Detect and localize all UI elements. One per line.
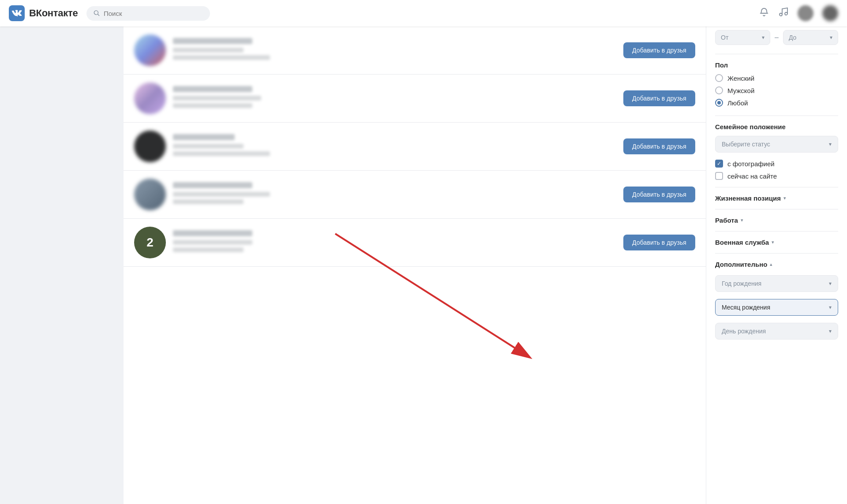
- chevron-down-icon: ▾: [783, 195, 786, 201]
- person-detail: [173, 103, 252, 108]
- person-info: [173, 182, 616, 207]
- person-detail: [173, 48, 244, 52]
- radio-label: Любой: [727, 99, 748, 107]
- add-friend-button[interactable]: Добавить в друзья: [623, 187, 695, 202]
- chevron-up-icon: ▴: [770, 261, 772, 267]
- birth-year-dropdown[interactable]: Год рождения ▾: [715, 275, 838, 292]
- birth-month-label: Месяц рождения: [722, 304, 770, 311]
- person-detail: [173, 151, 270, 156]
- person-name: [173, 134, 235, 140]
- radio-dot: [717, 101, 721, 105]
- notifications-icon[interactable]: [759, 7, 769, 20]
- person-detail: [173, 240, 252, 245]
- online-now-checkbox[interactable]: сейчас на сайте: [715, 172, 838, 180]
- divider: [715, 54, 838, 54]
- radio-label: Женский: [727, 75, 754, 82]
- age-filter-section: От ▾ – До ▾: [715, 26, 838, 45]
- people-list-panel: Добавить в друзья Добавить в друзья: [124, 26, 706, 504]
- with-photo-label: с фотографией: [727, 160, 775, 168]
- work-section[interactable]: Работа ▾: [715, 217, 838, 224]
- divider: [715, 209, 838, 209]
- add-friend-button[interactable]: Добавить в друзья: [623, 90, 695, 106]
- gender-filter-section: Пол Женский Мужской Любой: [715, 61, 838, 107]
- header-icons: [759, 5, 838, 21]
- gender-radio-group: Женский Мужской Любой: [715, 74, 838, 107]
- age-separator: –: [775, 34, 779, 41]
- gender-any[interactable]: Любой: [715, 99, 838, 107]
- online-now-label: сейчас на сайте: [727, 172, 777, 180]
- checkbox-unchecked: [715, 172, 723, 180]
- family-status-label: Семейное положение: [715, 123, 838, 131]
- additional-label: Дополнительно: [715, 261, 767, 268]
- radio-circle: [715, 74, 723, 82]
- left-sidebar: [0, 26, 124, 504]
- music-icon[interactable]: [778, 7, 789, 20]
- military-section[interactable]: Военная служба ▾: [715, 239, 838, 246]
- birth-day-label: День рождения: [722, 328, 766, 335]
- gender-male[interactable]: Мужской: [715, 86, 838, 94]
- table-row: Добавить в друзья: [124, 171, 706, 219]
- chevron-down-icon: ▾: [830, 34, 832, 41]
- with-photo-checkbox[interactable]: ✓ с фотографией: [715, 160, 838, 168]
- person-info: [173, 134, 616, 159]
- age-to-dropdown[interactable]: До ▾: [783, 30, 838, 45]
- age-range: От ▾ – До ▾: [715, 26, 838, 45]
- table-row: 2 Добавить в друзья: [124, 219, 706, 267]
- table-row: Добавить в друзья: [124, 75, 706, 123]
- chevron-down-icon: ▾: [829, 328, 832, 334]
- person-detail: [173, 192, 270, 197]
- life-position-section[interactable]: Жизненная позиция ▾: [715, 194, 838, 202]
- additional-section[interactable]: Дополнительно ▴: [715, 261, 838, 268]
- person-detail: [173, 144, 244, 149]
- chevron-down-icon: ▾: [829, 304, 832, 310]
- age-from-dropdown[interactable]: От ▾: [715, 30, 770, 45]
- radio-circle-checked: [715, 99, 723, 107]
- person-detail: [173, 96, 261, 101]
- layout: Добавить в друзья Добавить в друзья: [0, 26, 847, 504]
- chevron-down-icon: ▾: [829, 141, 832, 147]
- birth-month-dropdown[interactable]: Месяц рождения ▾: [715, 299, 838, 316]
- divider: [715, 187, 838, 187]
- person-detail: [173, 199, 244, 204]
- divider: [715, 253, 838, 254]
- logo[interactable]: ВКонтакте: [9, 5, 78, 21]
- avatar[interactable]: [134, 34, 166, 66]
- photo-online-checkboxes: ✓ с фотографией сейчас на сайте: [715, 160, 838, 180]
- user-avatar-preview[interactable]: [798, 5, 813, 21]
- add-friend-button[interactable]: Добавить в друзья: [623, 42, 695, 58]
- person-name: [173, 86, 252, 92]
- birth-day-dropdown[interactable]: День рождения ▾: [715, 323, 838, 340]
- logo-text: ВКонтакте: [29, 7, 78, 19]
- birth-year-label: Год рождения: [722, 280, 761, 287]
- person-detail: [173, 55, 270, 60]
- life-position-label: Жизненная позиция: [715, 194, 781, 202]
- avatar[interactable]: [134, 179, 166, 210]
- work-label: Работа: [715, 217, 738, 224]
- chevron-down-icon: ▾: [741, 217, 743, 223]
- people-list: Добавить в друзья Добавить в друзья: [124, 26, 706, 267]
- add-friend-button[interactable]: Добавить в друзья: [623, 138, 695, 154]
- search-bar[interactable]: [86, 6, 210, 21]
- person-info: [173, 38, 616, 63]
- chevron-down-icon: ▾: [762, 34, 765, 41]
- svg-line-1: [98, 14, 99, 15]
- family-status-dropdown[interactable]: Выберите статус ▾: [715, 136, 838, 153]
- radio-circle: [715, 86, 723, 94]
- avatar[interactable]: [134, 131, 166, 162]
- svg-point-2: [780, 13, 782, 16]
- search-input[interactable]: [104, 10, 203, 17]
- avatar[interactable]: [134, 82, 166, 114]
- header: ВКонтакте: [0, 0, 847, 26]
- user-avatar[interactable]: [822, 5, 838, 21]
- add-friend-button[interactable]: Добавить в друзья: [623, 235, 695, 250]
- age-to-label: До: [789, 34, 796, 41]
- content-wrapper: Добавить в друзья Добавить в друзья: [124, 26, 847, 504]
- person-name: [173, 182, 252, 188]
- divider: [715, 231, 838, 231]
- person-info: [173, 86, 616, 111]
- avatar[interactable]: 2: [134, 227, 166, 258]
- divider: [715, 116, 838, 116]
- gender-female[interactable]: Женский: [715, 74, 838, 82]
- military-label: Военная служба: [715, 239, 769, 246]
- checkbox-checked: ✓: [715, 160, 723, 168]
